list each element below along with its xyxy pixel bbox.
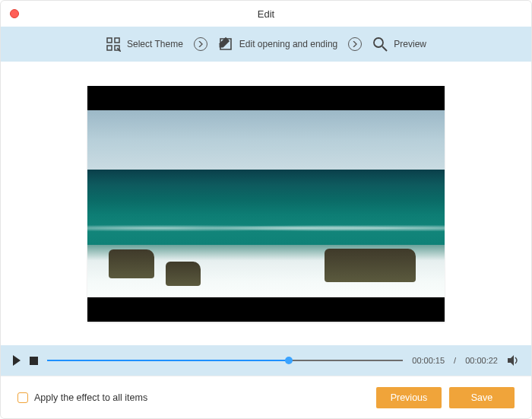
duration: 00:00:22 — [465, 356, 498, 365]
chevron-right-icon — [194, 37, 207, 51]
select-theme-step[interactable]: Select Theme — [106, 37, 183, 52]
preview-label: Preview — [394, 39, 426, 49]
edit-opening-ending-step[interactable]: Edit opening and ending — [218, 37, 337, 52]
checkbox-box[interactable] — [17, 392, 28, 403]
transport-bar: 00:00:15 / 00:00:22 — [1, 345, 531, 376]
video-area — [1, 62, 531, 345]
titlebar: Edit — [1, 1, 531, 27]
time-separator: / — [454, 356, 456, 365]
seek-thumb[interactable] — [285, 357, 293, 364]
seek-slider[interactable] — [47, 354, 403, 367]
chevron-right-icon — [348, 37, 362, 51]
svg-point-5 — [374, 38, 383, 47]
apply-all-label: Apply the effect to all items — [34, 392, 147, 403]
svg-rect-0 — [107, 38, 112, 43]
volume-icon[interactable] — [507, 354, 519, 367]
select-theme-label: Select Theme — [127, 39, 183, 49]
seek-fill — [47, 360, 289, 361]
play-button[interactable] — [13, 355, 21, 366]
edit-opening-ending-label: Edit opening and ending — [239, 39, 337, 49]
theme-grid-icon — [106, 37, 121, 52]
close-dot[interactable] — [10, 9, 19, 18]
video-content — [87, 110, 445, 297]
preview-step[interactable]: Preview — [372, 37, 426, 52]
save-button[interactable]: Save — [449, 387, 515, 408]
svg-rect-1 — [115, 38, 119, 43]
svg-rect-2 — [107, 46, 112, 50]
letterbox-bottom — [87, 297, 445, 322]
previous-button[interactable]: Previous — [376, 387, 442, 408]
stop-button[interactable] — [30, 357, 38, 365]
svg-line-6 — [382, 46, 387, 51]
video-frame[interactable] — [87, 86, 445, 322]
current-time: 00:00:15 — [412, 356, 445, 365]
edit-pencil-icon — [218, 37, 233, 52]
traffic-lights — [10, 9, 19, 18]
step-toolbar: Select Theme Edit opening and ending Pre… — [1, 27, 531, 62]
magnifier-icon — [372, 37, 388, 52]
svg-marker-7 — [508, 355, 514, 366]
letterbox-top — [87, 86, 445, 110]
apply-all-checkbox[interactable]: Apply the effect to all items — [17, 392, 147, 403]
window-title: Edit — [1, 8, 531, 20]
edit-window: Edit Select Theme Edit opening and endin… — [0, 0, 532, 419]
footer-bar: Apply the effect to all items Previous S… — [1, 376, 531, 418]
